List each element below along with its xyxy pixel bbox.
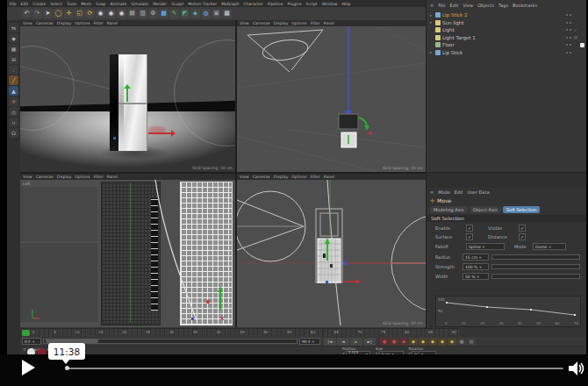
slider-value-field[interactable]: 15 cm [463, 254, 489, 261]
visibility-dot-top[interactable] [566, 44, 568, 46]
visibility-dot-top[interactable] [566, 29, 568, 31]
slider-track[interactable] [491, 254, 580, 260]
viewport-menu-item[interactable]: Options [291, 175, 306, 179]
toolbar-icon[interactable]: ◯ [54, 9, 63, 18]
keying-button[interactable]: ◆ [438, 338, 447, 346]
palette-icon[interactable]: ⇆ [9, 23, 18, 32]
panel-splitter[interactable] [427, 172, 586, 189]
viewport-menu-item[interactable]: Display [274, 175, 289, 179]
visibility-dot-top[interactable] [566, 37, 568, 39]
seek-bar[interactable] [67, 368, 563, 369]
transport-button[interactable]: |◄ [324, 338, 336, 346]
menubar-item[interactable]: Window [322, 2, 338, 6]
toolbar-icon[interactable]: ⚙ [148, 9, 158, 18]
object-tag-icon[interactable] [580, 20, 584, 25]
menubar-item[interactable]: Script [306, 2, 318, 6]
object-name[interactable]: Lip Stick 2 [442, 12, 467, 18]
object-manager-menu-item[interactable]: Objects [477, 3, 494, 8]
keying-button[interactable]: ◆ [399, 338, 408, 346]
toolbar-icon[interactable]: ▣ [212, 9, 221, 18]
expand-arrow-icon[interactable]: ▸ [430, 20, 434, 25]
object-row[interactable]: ▸ Lip Stick 2 [427, 11, 586, 19]
object-row[interactable]: ▸ Sun light [427, 19, 586, 27]
visibility-dot-top[interactable] [566, 22, 568, 24]
slider-track[interactable] [491, 264, 580, 269]
visibility-dot-bottom[interactable] [570, 14, 571, 16]
param-checkbox[interactable]: ✓ [466, 225, 473, 232]
viewport-menu-item[interactable]: Cameras [36, 21, 54, 25]
seek-handle[interactable] [65, 366, 69, 370]
object-tag-icon[interactable] [580, 28, 584, 32]
menubar-item[interactable]: Select [50, 2, 62, 6]
transport-button[interactable]: ►| [363, 338, 376, 346]
slider-value-field[interactable]: 50 % [463, 273, 489, 280]
toolbar-icon[interactable]: ↷ [32, 9, 42, 18]
toolbar-icon[interactable]: ▩ [222, 9, 232, 18]
object-manager-menu-item[interactable]: View [463, 3, 473, 8]
keying-button[interactable]: ▦ [457, 338, 466, 346]
viewport-menu-item[interactable]: Cameras [253, 21, 270, 25]
menubar-item[interactable]: Render [153, 2, 167, 6]
menubar-item[interactable]: Sculpt [171, 2, 183, 6]
visibility-dot-top[interactable] [566, 52, 568, 54]
keying-button[interactable]: ● [380, 338, 389, 346]
viewport-menu-item[interactable]: Panel [107, 175, 118, 179]
viewport-menu-item[interactable]: View [23, 175, 32, 179]
object-tag-icon[interactable] [580, 50, 584, 54]
attribute-menu-item[interactable]: Edit [455, 189, 463, 195]
toolbar-icon[interactable]: ◩ [180, 9, 190, 18]
menubar-item[interactable]: Snap [96, 2, 105, 6]
viewport-menu-item[interactable]: Cameras [253, 175, 270, 179]
palette-icon[interactable]: Ω [9, 128, 18, 138]
object-row[interactable]: ▸ Lip Stick [427, 49, 586, 57]
range-start-field[interactable]: 0 F [22, 338, 41, 345]
toolbar-icon[interactable]: ✛ [64, 9, 74, 18]
viewport-front-canvas[interactable]: Grid Spacing: 10 cm [237, 180, 426, 327]
menubar-item[interactable]: Simulate [131, 2, 148, 6]
viewport-menu-item[interactable]: Filter [94, 175, 104, 179]
panel-menu-icon[interactable]: ≡ [23, 347, 26, 352]
viewport-top[interactable]: ViewCamerasDisplayOptionsFilterPanel [237, 20, 426, 172]
viewport-menu-item[interactable]: Cameras [36, 175, 54, 179]
y-axis-handle[interactable] [126, 88, 128, 102]
visibility-dot-bottom[interactable] [570, 52, 571, 54]
menubar-item[interactable]: Animate [110, 2, 126, 6]
slider-track[interactable] [491, 274, 580, 279]
object-row[interactable]: Light Target 1 ◎ [427, 34, 586, 42]
timeline-playhead[interactable] [22, 330, 30, 336]
material-swatch[interactable] [38, 348, 46, 354]
keying-button[interactable]: ◆ [448, 338, 456, 346]
menubar-item[interactable]: Character [244, 2, 263, 6]
menubar-item[interactable]: File [10, 2, 17, 6]
keying-button[interactable]: ◆ [419, 338, 427, 346]
visibility-dot-bottom[interactable] [570, 22, 571, 24]
section-header[interactable]: Soft Selection [427, 215, 586, 222]
menubar-item[interactable]: Plugins [287, 2, 301, 6]
visibility-dot-bottom[interactable] [570, 44, 571, 46]
expand-arrow-icon[interactable]: ▸ [430, 50, 434, 54]
object-name[interactable]: Floor [442, 42, 455, 47]
menubar-item[interactable]: Edit [21, 2, 29, 6]
viewport-menu-item[interactable]: Options [75, 175, 90, 179]
panel-menu-icon[interactable]: ≡ [430, 3, 434, 8]
object-manager-menu-item[interactable]: Bookmarks [513, 3, 537, 8]
volume-icon[interactable] [567, 360, 584, 377]
viewport-perspective-canvas[interactable]: Grid Spacing: 10 cm [20, 26, 235, 172]
object-manager-menu-item[interactable]: Tags [498, 3, 508, 8]
attribute-menu-item[interactable]: User Data [468, 189, 490, 195]
viewport-left-canvas[interactable]: Left [20, 180, 235, 327]
toolbar-icon[interactable]: ■ [159, 9, 169, 18]
expand-arrow-icon[interactable]: ▸ [430, 13, 434, 18]
palette-icon[interactable]: ╱ [9, 75, 18, 85]
viewport-menu-item[interactable]: View [240, 21, 249, 25]
object-manager-menu-item[interactable]: File [438, 3, 445, 8]
viewport-menu-item[interactable]: Display [274, 21, 289, 25]
viewport-menu-item[interactable]: Options [291, 21, 306, 25]
viewport-menu-item[interactable]: Options [75, 21, 90, 25]
visibility-dot-bottom[interactable] [570, 37, 571, 39]
keying-button[interactable]: ◆ [428, 338, 437, 346]
menubar-item[interactable]: Mesh [81, 2, 91, 6]
panel-menu-icon[interactable]: ≡ [430, 189, 434, 195]
attribute-tab[interactable]: Soft Selection [503, 206, 541, 213]
object-name[interactable]: Light [442, 27, 455, 32]
